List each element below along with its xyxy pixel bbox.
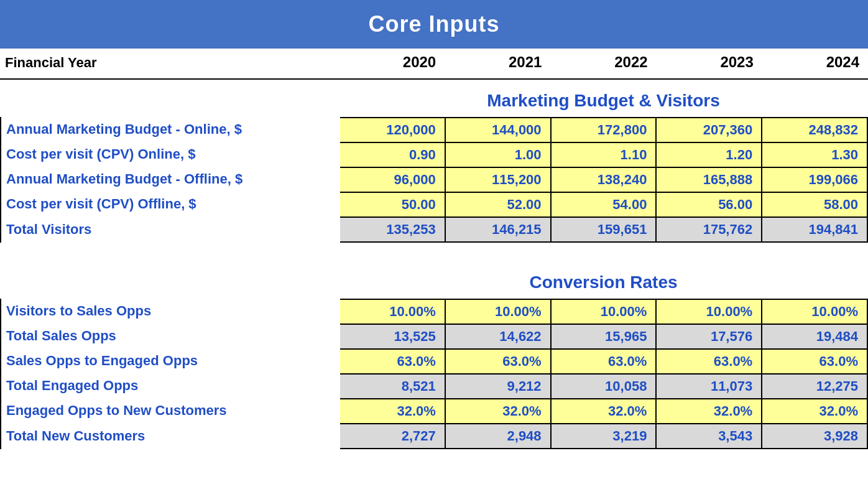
row-cells: 96,000115,200138,240165,888199,066 [340, 167, 868, 192]
table-row: Annual Marketing Budget - Online, $120,0… [0, 117, 868, 142]
row-cells: 13,52514,62215,96517,57619,484 [340, 324, 868, 348]
data-cell: 50.00 [340, 193, 446, 217]
table-row: Total Sales Opps13,52514,62215,96517,576… [0, 324, 868, 348]
data-cell: 52.00 [446, 193, 552, 217]
data-cell: 115,200 [446, 168, 552, 192]
data-cell: 63.0% [446, 350, 552, 373]
year-2024: 2024 [762, 49, 868, 76]
year-2021: 2021 [445, 49, 550, 76]
data-cell: 159,651 [552, 218, 657, 241]
data-cell: 63.0% [340, 350, 446, 373]
row-label: Total Visitors [1, 217, 340, 243]
data-cell: 32.0% [446, 399, 552, 423]
row-cells: 63.0%63.0%63.0%63.0%63.0% [340, 348, 868, 373]
data-cell: 165,888 [657, 168, 762, 192]
data-cell: 1.00 [446, 143, 552, 167]
data-cell: 2,948 [446, 424, 552, 448]
row-label: Total New Customers [1, 423, 340, 449]
row-cells: 0.901.001.101.201.30 [340, 142, 868, 167]
data-cell: 1.20 [657, 143, 762, 167]
data-cell: 146,215 [446, 218, 552, 241]
financial-year-row: Financial Year 2020 2021 2022 2023 2024 [0, 49, 868, 80]
data-cell: 63.0% [552, 350, 657, 373]
year-2023: 2023 [657, 49, 762, 76]
header-banner: Core Inputs [0, 0, 868, 49]
data-cell: 10.00% [552, 300, 657, 324]
table-row: Total Visitors135,253146,215159,651175,7… [0, 217, 868, 243]
row-label: Total Engaged Opps [1, 373, 340, 398]
data-cell: 0.90 [340, 143, 446, 167]
row-label: Cost per visit (CPV) Offline, $ [1, 192, 340, 217]
data-cell: 10.00% [762, 300, 868, 324]
table-row: Sales Opps to Engaged Opps63.0%63.0%63.0… [0, 348, 868, 373]
table-row: Total New Customers2,7272,9483,2193,5433… [0, 423, 868, 449]
data-cell: 32.0% [552, 399, 657, 423]
row-label: Sales Opps to Engaged Opps [1, 348, 340, 373]
data-cell: 3,543 [657, 424, 762, 448]
data-cell: 32.0% [340, 399, 446, 423]
row-cells: 32.0%32.0%32.0%32.0%32.0% [340, 398, 868, 423]
data-cell: 12,275 [762, 375, 868, 398]
data-cell: 248,832 [762, 118, 868, 142]
data-cell: 54.00 [552, 193, 657, 217]
data-cell: 3,928 [762, 424, 868, 448]
data-cell: 120,000 [340, 118, 446, 142]
data-cell: 194,841 [762, 218, 868, 241]
row-label: Engaged Opps to New Customers [1, 398, 340, 423]
data-cell: 1.30 [762, 143, 868, 167]
data-cell: 9,212 [446, 375, 552, 398]
year-headers: 2020 2021 2022 2023 2024 [339, 49, 868, 76]
data-cell: 1.10 [552, 143, 657, 167]
data-cell: 56.00 [657, 193, 762, 217]
data-cell: 58.00 [762, 193, 868, 217]
data-cell: 15,965 [552, 325, 657, 348]
row-label: Cost per visit (CPV) Online, $ [1, 142, 340, 167]
row-label: Visitors to Sales Opps [1, 299, 340, 324]
table-row: Total Engaged Opps8,5219,21210,05811,073… [0, 373, 868, 398]
data-cell: 11,073 [657, 375, 762, 398]
data-cell: 63.0% [762, 350, 868, 373]
data-cell: 199,066 [762, 168, 868, 192]
row-label: Annual Marketing Budget - Offline, $ [1, 167, 340, 192]
data-cell: 10.00% [446, 300, 552, 324]
main-content: Financial Year 2020 2021 2022 2023 2024 … [0, 49, 868, 468]
data-cell: 8,521 [340, 375, 446, 398]
data-cell: 172,800 [552, 118, 657, 142]
year-2022: 2022 [550, 49, 656, 76]
conversion-section-title-row: Conversion Rates [0, 261, 868, 299]
row-cells: 2,7272,9483,2193,5433,928 [340, 423, 868, 449]
row-cells: 120,000144,000172,800207,360248,832 [340, 117, 868, 142]
data-cell: 144,000 [446, 118, 552, 142]
page-title: Core Inputs [0, 11, 868, 37]
data-cell: 175,762 [657, 218, 762, 241]
data-cell: 3,219 [552, 424, 657, 448]
marketing-table: Annual Marketing Budget - Online, $120,0… [0, 117, 868, 243]
row-label: Annual Marketing Budget - Online, $ [1, 117, 340, 142]
data-cell: 135,253 [340, 218, 446, 241]
row-cells: 10.00%10.00%10.00%10.00%10.00% [340, 299, 868, 324]
data-cell: 32.0% [657, 399, 762, 423]
conversion-section-title: Conversion Rates [339, 261, 868, 299]
section-gap [0, 243, 868, 261]
table-row: Cost per visit (CPV) Online, $0.901.001.… [0, 142, 868, 167]
marketing-section-title: Marketing Budget & Visitors [339, 80, 868, 117]
row-label: Total Sales Opps [1, 324, 340, 348]
marketing-section-title-row: Marketing Budget & Visitors [0, 80, 868, 117]
data-cell: 14,622 [446, 325, 552, 348]
data-cell: 17,576 [657, 325, 762, 348]
table-row: Cost per visit (CPV) Offline, $50.0052.0… [0, 192, 868, 217]
data-cell: 32.0% [762, 399, 868, 423]
conversion-table: Visitors to Sales Opps10.00%10.00%10.00%… [0, 299, 868, 449]
data-cell: 10.00% [340, 300, 446, 324]
table-row: Annual Marketing Budget - Offline, $96,0… [0, 167, 868, 192]
data-cell: 10,058 [552, 375, 657, 398]
data-cell: 207,360 [657, 118, 762, 142]
financial-year-label: Financial Year [0, 50, 339, 76]
table-row: Engaged Opps to New Customers32.0%32.0%3… [0, 398, 868, 423]
row-cells: 8,5219,21210,05811,07312,275 [340, 373, 868, 398]
data-cell: 138,240 [552, 168, 657, 192]
table-row: Visitors to Sales Opps10.00%10.00%10.00%… [0, 299, 868, 324]
data-cell: 10.00% [657, 300, 762, 324]
data-cell: 63.0% [657, 350, 762, 373]
data-cell: 2,727 [340, 424, 446, 448]
